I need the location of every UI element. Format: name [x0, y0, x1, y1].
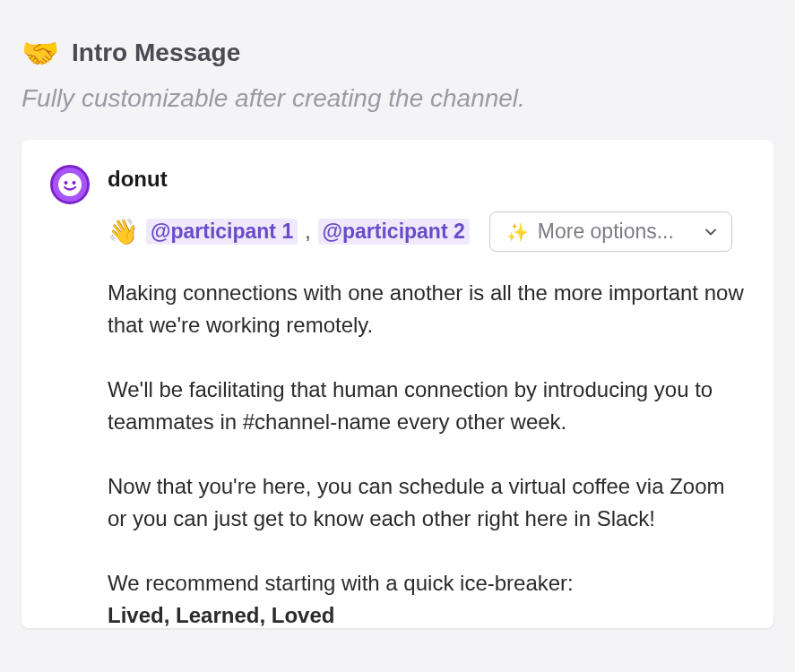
icebreaker-title: Lived, Learned, Loved: [108, 599, 745, 628]
chevron-down-icon: [704, 226, 717, 238]
donut-face-icon: [57, 172, 82, 197]
participant-mention[interactable]: @participant 1: [146, 219, 298, 245]
message-preview-card: donut 👋 @participant 1 , @participant 2 …: [22, 140, 773, 628]
handshake-icon: 🤝: [22, 38, 59, 68]
section-title: Intro Message: [72, 39, 240, 67]
message-body: donut 👋 @participant 1 , @participant 2 …: [108, 165, 745, 628]
bot-avatar: [50, 165, 90, 204]
mention-row: 👋 @participant 1 , @participant 2 ✨ More…: [108, 211, 745, 252]
svg-point-1: [65, 181, 68, 185]
sparkle-icon: ✨: [506, 221, 529, 243]
message-paragraph: Making connections with one another is a…: [108, 277, 745, 341]
section-subtitle: Fully customizable after creating the ch…: [22, 84, 773, 113]
participant-mention[interactable]: @participant 2: [318, 219, 470, 245]
wave-icon: 👋: [108, 217, 139, 246]
bot-name: donut: [108, 167, 745, 192]
dropdown-label: More options...: [538, 220, 674, 244]
message-paragraph: We'll be facilitating that human connect…: [108, 374, 745, 438]
message-paragraph: Now that you're here, you can schedule a…: [108, 470, 745, 535]
svg-point-0: [58, 173, 82, 196]
more-options-dropdown[interactable]: ✨ More options...: [489, 211, 732, 252]
icebreaker-intro: We recommend starting with a quick ice-b…: [108, 567, 745, 599]
section-header: 🤝 Intro Message: [22, 38, 773, 68]
svg-point-2: [73, 181, 76, 185]
mention-separator: ,: [305, 220, 310, 244]
